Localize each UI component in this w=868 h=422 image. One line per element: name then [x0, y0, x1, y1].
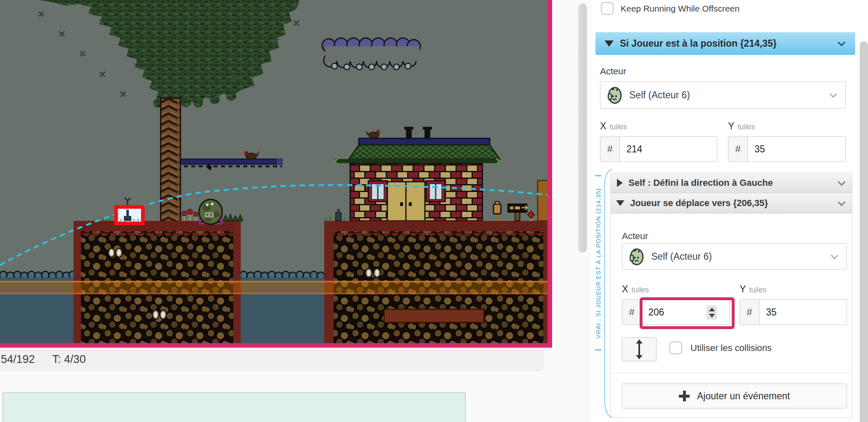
- editor-scrollbar-thumb[interactable]: [578, 3, 587, 253]
- house-window: [368, 181, 387, 202]
- tree-trunk: [161, 98, 180, 222]
- scene-canvas[interactable]: [0, 0, 552, 348]
- actor-field-label: Acteur: [600, 66, 626, 77]
- collapse-triangle-icon: [605, 40, 614, 47]
- use-collisions-label: Utiliser les collisions: [690, 343, 772, 353]
- event-inspector-panel: Keep Running While Offscreen Si Joueur e…: [591, 0, 857, 422]
- spinner-down-icon[interactable]: [709, 314, 715, 318]
- x-input[interactable]: [620, 137, 717, 161]
- event-header-move-to[interactable]: Joueur se déplace vers {206,35}: [611, 193, 852, 213]
- actor-select-value: Self (Acteur 6): [629, 90, 690, 101]
- chevron-down-icon[interactable]: [837, 38, 846, 47]
- y-input[interactable]: [759, 300, 847, 325]
- collision-band-overlay: [0, 281, 552, 294]
- actor-select[interactable]: Self (Acteur 6): [600, 81, 846, 109]
- y-input[interactable]: [748, 137, 845, 161]
- add-event-label: Ajouter un événement: [697, 391, 790, 402]
- event-header-title: Si Joueur est à la position {214,35}: [620, 38, 777, 49]
- chevron-down-icon: [829, 90, 837, 98]
- scene-border: [548, 0, 552, 348]
- actor-field-label: Acteur: [622, 231, 648, 242]
- event-move-to-title: Joueur se déplace vers {206,35}: [630, 198, 768, 209]
- y-input-group: #: [728, 136, 846, 162]
- scene-status-bar: 54/192 T: 4/30: [0, 348, 544, 371]
- add-event-button[interactable]: Ajouter un événement: [622, 384, 847, 408]
- nested-events-container: Self : Défini la direction à Gauche Joue…: [610, 173, 852, 418]
- house-window: [426, 181, 445, 202]
- divider: [611, 373, 852, 373]
- number-prefix: #: [622, 300, 642, 325]
- y-input-group: #: [740, 299, 847, 325]
- x-input-group: #: [600, 136, 717, 162]
- scene-pixel-art: [0, 0, 552, 348]
- chevron-down-icon: [830, 251, 839, 260]
- actor-creature-sprite: [199, 199, 222, 224]
- keep-running-row: Keep Running While Offscreen: [601, 2, 740, 15]
- actor-select-value: Self (Acteur 6): [651, 251, 712, 262]
- use-collisions-checkbox[interactable]: [669, 341, 682, 354]
- event-header-set-direction[interactable]: Self : Défini la direction à Gauche: [611, 173, 852, 193]
- number-spinner[interactable]: [707, 306, 717, 320]
- panel-scrollbar-thumb[interactable]: [860, 41, 868, 422]
- dirt-plank: [384, 309, 484, 322]
- x-field-label: Xtuiles: [622, 284, 649, 295]
- cloud-sprite: [322, 38, 420, 70]
- condition-tick: [595, 349, 601, 351]
- x-input-group: #: [622, 299, 730, 325]
- collapsed-triangle-icon: [617, 179, 623, 187]
- scene-border: [0, 343, 552, 348]
- event-set-direction-title: Self : Défini la direction à Gauche: [628, 178, 773, 188]
- plus-icon: [679, 391, 690, 401]
- movement-type-button[interactable]: [622, 337, 657, 361]
- y-field-label: Ytuiles: [728, 121, 755, 132]
- number-prefix: #: [600, 137, 620, 161]
- actor-select[interactable]: Self (Acteur 6): [622, 243, 847, 270]
- number-prefix: #: [728, 137, 748, 161]
- spinner-up-icon[interactable]: [709, 308, 715, 311]
- event-header-if-player-at-position[interactable]: Si Joueur est à la position {214,35}: [595, 32, 855, 55]
- chevron-down-icon[interactable]: [837, 178, 846, 186]
- y-field-label: Ytuiles: [740, 284, 766, 295]
- move-vertical-icon: [638, 343, 640, 356]
- actor-sprite-icon: [607, 85, 623, 104]
- house-door: [387, 182, 425, 221]
- house: [334, 127, 500, 221]
- use-collisions-row: Utiliser les collisions: [669, 341, 772, 354]
- chevron-down-icon[interactable]: [837, 198, 846, 206]
- x-field-label: Xtuiles: [600, 121, 627, 132]
- actor-sprite-icon: [629, 247, 645, 266]
- condition-true-label: VRAI : SI JOUEUR EST À LA POSITION {214,…: [593, 182, 604, 345]
- trigger-counter: T: 4/30: [52, 353, 86, 366]
- keep-running-label: Keep Running While Offscreen: [621, 4, 740, 14]
- condition-tick: [595, 175, 601, 176]
- secondary-scene-panel: [2, 392, 466, 422]
- number-prefix: #: [740, 300, 759, 325]
- tile-counter: 54/192: [1, 353, 35, 366]
- keep-running-checkbox[interactable]: [601, 2, 614, 15]
- expanded-triangle-icon: [616, 200, 624, 206]
